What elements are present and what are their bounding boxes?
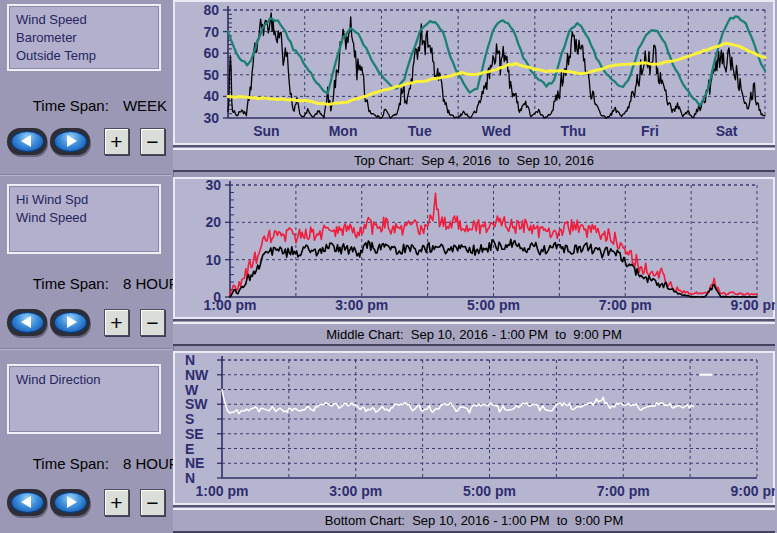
svg-text:Mon: Mon — [329, 123, 358, 139]
top-zoom-out-button[interactable]: − — [140, 128, 165, 155]
top-chart-caption-text: Top Chart: Sep 4, 2016 to Sep 10, 2016 — [354, 153, 594, 168]
legend-item: Wind Direction — [16, 371, 159, 389]
middle-chart-controls: + − — [7, 308, 165, 336]
svg-text:7:00 pm: 7:00 pm — [597, 483, 650, 499]
svg-text:N: N — [185, 352, 195, 368]
middle-zoom-out-button[interactable]: − — [140, 309, 165, 336]
middle-prev-button[interactable] — [7, 309, 47, 336]
svg-text:N: N — [185, 470, 195, 486]
svg-text:10: 10 — [205, 252, 221, 268]
svg-text:Sun: Sun — [253, 123, 279, 139]
legend-item: Outside Temp — [16, 47, 159, 65]
middle-time-span: Time Span:8 HOURS — [8, 258, 190, 309]
svg-text:Wed: Wed — [482, 123, 511, 139]
top-chart-caption: Top Chart: Sep 4, 2016 to Sep 10, 2016 — [173, 148, 775, 172]
svg-text:NE: NE — [185, 455, 204, 471]
time-span-label: Time Span: — [33, 275, 109, 292]
svg-text:1:00 pm: 1:00 pm — [196, 483, 249, 499]
bottom-zoom-in-button[interactable]: + — [104, 489, 129, 516]
bottom-next-button[interactable] — [50, 489, 90, 516]
weather-app-window: Wind Speed Barometer Outside Temp Time S… — [0, 0, 777, 533]
top-chart: 304050607080SunMonTueWedThuFriSat — [173, 0, 775, 145]
sidebar-divider — [0, 348, 172, 350]
svg-text:30: 30 — [203, 110, 219, 126]
sidebar-divider — [0, 174, 172, 176]
svg-text:50: 50 — [203, 67, 219, 83]
svg-text:70: 70 — [203, 24, 219, 40]
svg-text:Tue: Tue — [408, 123, 432, 139]
time-span-value: WEEK — [123, 97, 167, 114]
bottom-chart-well: NNEESESSWWNWN1:00 pm3:00 pm5:00 pm7:00 p… — [173, 351, 775, 505]
svg-text:3:00 pm: 3:00 pm — [335, 297, 388, 313]
middle-chart-legend-box: Hi Wind Spd Wind Speed — [7, 184, 161, 254]
svg-text:20: 20 — [205, 214, 221, 230]
svg-text:30: 30 — [205, 177, 221, 193]
svg-text:Sat: Sat — [716, 123, 738, 139]
svg-text:40: 40 — [203, 88, 219, 104]
svg-text:80: 80 — [203, 2, 219, 18]
svg-text:SW: SW — [185, 396, 208, 412]
bottom-zoom-out-button[interactable]: − — [140, 489, 165, 516]
svg-text:SE: SE — [185, 426, 204, 442]
legend-item: Wind Speed — [16, 209, 159, 227]
bottom-chart: NNEESESSWWNWN1:00 pm3:00 pm5:00 pm7:00 p… — [173, 351, 775, 505]
time-span-label: Time Span: — [33, 455, 109, 472]
svg-text:Thu: Thu — [560, 123, 586, 139]
middle-chart-caption: Middle Chart: Sep 10, 2016 - 1:00 PM to … — [173, 322, 775, 346]
middle-chart-well: 01020301:00 pm3:00 pm5:00 pm7:00 pm9:00 … — [173, 177, 775, 319]
bottom-chart-controls: + − — [7, 488, 165, 516]
left-arrow-icon — [21, 135, 31, 147]
left-arrow-icon — [21, 496, 31, 508]
top-next-button[interactable] — [50, 128, 90, 155]
svg-text:Fri: Fri — [641, 123, 659, 139]
bottom-prev-button[interactable] — [7, 489, 47, 516]
bottom-chart-caption: Bottom Chart: Sep 10, 2016 - 1:00 PM to … — [173, 508, 775, 533]
top-chart-well: 304050607080SunMonTueWedThuFriSat — [173, 0, 775, 145]
svg-text:60: 60 — [203, 45, 219, 61]
svg-text:W: W — [185, 382, 199, 398]
legend-item: Wind Speed — [16, 11, 159, 29]
bottom-chart-caption-text: Bottom Chart: Sep 10, 2016 - 1:00 PM to … — [325, 513, 623, 528]
middle-zoom-in-button[interactable]: + — [104, 309, 129, 336]
right-arrow-icon — [67, 135, 77, 147]
legend-item: Hi Wind Spd — [16, 191, 159, 209]
middle-chart: 01020301:00 pm3:00 pm5:00 pm7:00 pm9:00 … — [173, 177, 775, 319]
sidebar: Wind Speed Barometer Outside Temp Time S… — [0, 0, 174, 533]
svg-text:E: E — [185, 441, 194, 457]
svg-text:9:00 pm: 9:00 pm — [731, 297, 775, 313]
middle-chart-caption-text: Middle Chart: Sep 10, 2016 - 1:00 PM to … — [326, 327, 622, 342]
top-prev-button[interactable] — [7, 128, 47, 155]
top-chart-legend-box: Wind Speed Barometer Outside Temp — [7, 4, 161, 71]
top-chart-controls: + − — [7, 127, 165, 155]
legend-item: Barometer — [16, 29, 159, 47]
svg-text:9:00 pm: 9:00 pm — [731, 483, 775, 499]
svg-text:3:00 pm: 3:00 pm — [329, 483, 382, 499]
svg-text:5:00 pm: 5:00 pm — [467, 297, 520, 313]
left-arrow-icon — [21, 316, 31, 328]
svg-text:NW: NW — [185, 367, 209, 383]
middle-next-button[interactable] — [50, 309, 90, 336]
bottom-time-span: Time Span:8 HOURS — [8, 438, 190, 489]
svg-text:1:00 pm: 1:00 pm — [204, 297, 257, 313]
right-arrow-icon — [67, 496, 77, 508]
right-arrow-icon — [67, 316, 77, 328]
top-time-span: Time Span:WEEK — [8, 80, 167, 131]
bottom-chart-legend-box: Wind Direction — [7, 364, 161, 434]
svg-text:7:00 pm: 7:00 pm — [599, 297, 652, 313]
time-span-label: Time Span: — [33, 97, 109, 114]
top-zoom-in-button[interactable]: + — [104, 128, 129, 155]
svg-text:S: S — [185, 411, 194, 427]
svg-text:5:00 pm: 5:00 pm — [463, 483, 516, 499]
